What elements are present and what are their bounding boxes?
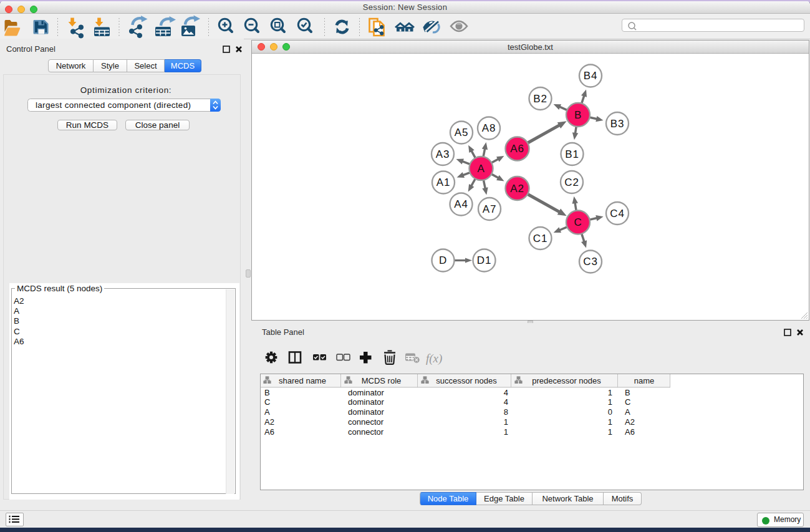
svg-text:C4: C4 — [610, 208, 624, 220]
svg-text:D1: D1 — [477, 254, 491, 266]
svg-text:A1: A1 — [436, 177, 450, 188]
svg-text:C: C — [264, 397, 270, 407]
svg-text:B: B — [264, 388, 270, 397]
svg-text:A6: A6 — [625, 427, 635, 437]
svg-text:A2: A2 — [264, 417, 274, 427]
svg-text:C1: C1 — [533, 233, 547, 244]
svg-text:shared name: shared name — [279, 376, 326, 385]
svg-text:A: A — [264, 407, 270, 417]
svg-text:A5: A5 — [455, 127, 468, 138]
svg-text:A: A — [625, 407, 630, 417]
svg-text:4: 4 — [504, 388, 508, 397]
svg-text:connector: connector — [348, 427, 384, 437]
svg-text:connector: connector — [348, 417, 384, 427]
svg-text:name: name — [634, 376, 655, 385]
svg-text:1: 1 — [608, 397, 612, 407]
svg-text:dominator: dominator — [348, 397, 384, 407]
svg-text:1: 1 — [504, 427, 508, 437]
svg-text:A8: A8 — [482, 122, 496, 134]
svg-text:dominator: dominator — [348, 388, 384, 397]
svg-text:B4: B4 — [584, 70, 597, 82]
svg-text:C: C — [625, 397, 630, 407]
svg-text:B: B — [574, 109, 582, 121]
svg-text:A7: A7 — [483, 203, 496, 215]
svg-text:B2: B2 — [533, 93, 547, 105]
svg-text:D: D — [439, 254, 447, 266]
svg-text:f(x): f(x) — [426, 352, 442, 365]
svg-text:1: 1 — [608, 388, 612, 397]
svg-text:B: B — [625, 388, 630, 397]
svg-text:C: C — [574, 216, 582, 228]
svg-text:1: 1 — [504, 417, 508, 427]
svg-text:A: A — [477, 163, 485, 175]
svg-text:1: 1 — [608, 427, 612, 437]
svg-text:4: 4 — [504, 397, 508, 407]
svg-text:C3: C3 — [583, 256, 597, 268]
svg-text:A4: A4 — [454, 198, 468, 210]
svg-text:1: 1 — [608, 417, 612, 427]
svg-text:dominator: dominator — [348, 407, 384, 417]
svg-text:A6: A6 — [510, 143, 524, 155]
svg-text:MCDS role: MCDS role — [362, 376, 402, 385]
svg-text:0: 0 — [608, 407, 612, 417]
svg-text:B1: B1 — [565, 148, 579, 160]
svg-text:A2: A2 — [625, 417, 635, 427]
svg-text:8: 8 — [504, 407, 508, 417]
svg-text:predecessor nodes: predecessor nodes — [532, 376, 601, 385]
svg-text:B3: B3 — [610, 118, 624, 130]
svg-text:C2: C2 — [564, 177, 579, 188]
svg-text:A3: A3 — [436, 148, 450, 160]
svg-text:A2: A2 — [510, 183, 524, 195]
svg-text:successor nodes: successor nodes — [436, 376, 497, 385]
svg-text:A6: A6 — [264, 427, 274, 437]
